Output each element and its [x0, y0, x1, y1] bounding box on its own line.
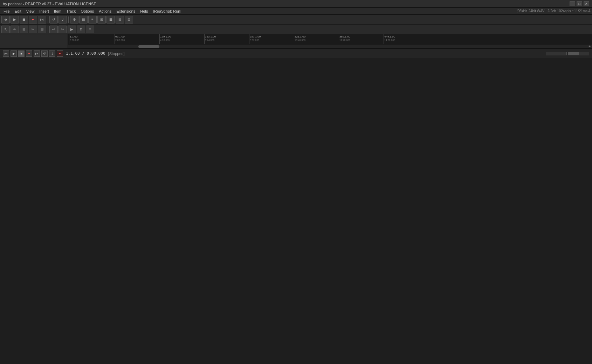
tb-x2[interactable]: ⊠ — [125, 16, 133, 23]
tb-play2[interactable]: ▶ — [68, 26, 76, 33]
tb-skip-back[interactable]: ⏮ — [1, 16, 10, 23]
tb-loop[interactable]: ↺ — [49, 16, 58, 23]
window-controls: — □ ✕ — [570, 1, 589, 6]
tb-settings[interactable]: ⚙ — [70, 16, 78, 23]
menu-item[interactable]: Item — [52, 8, 63, 14]
main-content: 1.1.00 0:00.000 65.1.00 2:08.000 129.1.0… — [0, 34, 592, 48]
disk-meter — [568, 52, 589, 55]
menu-options[interactable]: Options — [78, 8, 96, 14]
cpu-meter — [546, 52, 567, 55]
toolbar-separator2 — [68, 16, 69, 23]
scrollbar-thumb[interactable] — [138, 45, 159, 48]
status-skip-fwd[interactable]: ⏭ — [34, 50, 40, 57]
track-panel — [0, 34, 68, 48]
tb-stop[interactable]: ⏹ — [20, 16, 28, 23]
menu-bar: File Edit View Insert Item Track Options… — [0, 8, 592, 15]
menu-insert[interactable]: Insert — [37, 8, 51, 14]
tb-env[interactable]: ≡ — [88, 16, 97, 23]
status-position: 1.1.00 / 0:00.000 — [66, 51, 105, 56]
status-stop[interactable]: ■ — [18, 50, 25, 57]
menu-actions[interactable]: Actions — [97, 8, 113, 14]
tb-marquee-tool[interactable]: ⊞ — [20, 26, 28, 33]
window-title: try podcast - REAPER v6.27 - EVALUATION … — [3, 2, 96, 6]
status-right — [546, 52, 589, 55]
menu-reascript[interactable]: [ReaScript: Run] — [151, 8, 184, 14]
toolbar-separator — [48, 16, 48, 23]
menu-help[interactable]: Help — [138, 8, 150, 14]
menu-file[interactable]: File — [1, 8, 12, 14]
tb-click[interactable]: ♩ — [58, 16, 67, 23]
tb-undo[interactable]: ↩ — [49, 26, 58, 33]
disk-meter-fill — [569, 52, 579, 55]
tb-skip-fwd[interactable]: ⏭ — [38, 16, 46, 23]
menu-extensions[interactable]: Extensions — [114, 8, 137, 14]
info-right: [96kHz 24bit WAV : 2/2ch 1024spls ~11/21… — [516, 9, 591, 13]
tb-record[interactable]: ● — [29, 16, 37, 23]
menu-view[interactable]: View — [24, 8, 37, 14]
timeline-ruler[interactable]: 1.1.00 0:00.000 65.1.00 2:08.000 129.1.0… — [68, 34, 592, 44]
status-play[interactable]: ▶ — [11, 50, 17, 57]
tb-play[interactable]: ▶ — [11, 16, 19, 23]
tb-razor-tool[interactable]: ✂ — [29, 26, 37, 33]
title-bar: try podcast - REAPER v6.27 - EVALUATION … — [0, 0, 592, 8]
status-stopped: [Stopped] — [108, 51, 125, 56]
tb-ripple[interactable]: ☰ — [106, 16, 115, 23]
track-controls-area — [0, 34, 68, 48]
tb-snap[interactable]: ⊞ — [97, 16, 106, 23]
toolbar-2: ↖ ✏ ⊞ ✂ ⊟ ↩ ✂ ▶ ⚙ ≡ — [0, 25, 592, 34]
status-rec2[interactable]: ● — [57, 50, 63, 57]
tb-cursor-tool[interactable]: ↖ — [1, 26, 10, 33]
tb-x1[interactable]: ⊟ — [116, 16, 124, 23]
tb-grid[interactable]: ▦ — [79, 16, 88, 23]
menu-track[interactable]: Track — [64, 8, 78, 14]
tb-cfg[interactable]: ⚙ — [77, 26, 85, 33]
tb-time-tool[interactable]: ⊟ — [38, 26, 46, 33]
close-button[interactable]: ✕ — [584, 1, 589, 6]
status-bar: ⏮ ▶ ■ ● ⏭ ↺ ♩ ● 1.1.00 / 0:00.000 [Stopp… — [0, 48, 592, 58]
minimize-button[interactable]: — — [570, 1, 575, 6]
status-click[interactable]: ♩ — [49, 50, 55, 57]
arrange-area: 1.1.00 0:00.000 65.1.00 2:08.000 129.1.0… — [68, 34, 592, 48]
maximize-button[interactable]: □ — [577, 1, 582, 6]
tb-cut[interactable]: ✂ — [58, 26, 67, 33]
status-skip-back[interactable]: ⏮ — [3, 50, 9, 57]
toolbar2-separator — [48, 26, 48, 33]
tb-pencil-tool[interactable]: ✏ — [11, 26, 19, 33]
toolbar-1: ⏮ ▶ ⏹ ● ⏭ ↺ ♩ ⚙ ▦ ≡ ⊞ ☰ ⊟ ⊠ — [0, 15, 592, 25]
add-track-button[interactable]: + — [588, 44, 591, 48]
transport-controls: ⏮ ▶ ■ ● ⏭ ↺ ♩ ● — [3, 50, 63, 57]
tb-list[interactable]: ≡ — [86, 26, 94, 33]
menu-edit[interactable]: Edit — [13, 8, 23, 14]
status-loop[interactable]: ↺ — [41, 50, 48, 57]
status-record[interactable]: ● — [26, 50, 32, 57]
horizontal-scrollbar[interactable]: + — [68, 44, 592, 48]
